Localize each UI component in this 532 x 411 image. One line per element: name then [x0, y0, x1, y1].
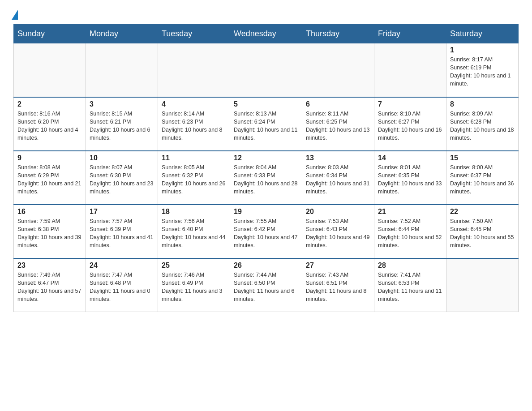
day-info: Sunrise: 7:59 AM Sunset: 6:38 PM Dayligh…	[17, 217, 82, 250]
calendar-header-wednesday: Wednesday	[230, 25, 302, 43]
calendar-header-saturday: Saturday	[446, 25, 519, 43]
calendar-cell	[86, 43, 158, 97]
calendar-cell: 8Sunrise: 8:09 AM Sunset: 6:28 PM Daylig…	[446, 97, 519, 151]
calendar-cell: 26Sunrise: 7:44 AM Sunset: 6:50 PM Dayli…	[230, 258, 302, 312]
day-number: 7	[378, 100, 442, 108]
day-info: Sunrise: 7:47 AM Sunset: 6:48 PM Dayligh…	[90, 271, 154, 304]
day-number: 18	[162, 208, 226, 216]
calendar-cell	[374, 43, 446, 97]
day-number: 15	[450, 154, 515, 162]
day-number: 8	[450, 100, 515, 108]
calendar-cell: 17Sunrise: 7:57 AM Sunset: 6:39 PM Dayli…	[86, 205, 158, 258]
day-number: 21	[378, 208, 442, 216]
calendar-cell: 22Sunrise: 7:50 AM Sunset: 6:45 PM Dayli…	[446, 205, 519, 258]
calendar-header-tuesday: Tuesday	[158, 25, 230, 43]
calendar-cell: 5Sunrise: 8:13 AM Sunset: 6:24 PM Daylig…	[230, 97, 302, 151]
day-number: 5	[234, 100, 298, 108]
calendar-header-monday: Monday	[86, 25, 158, 43]
logo	[13, 9, 18, 20]
day-number: 11	[162, 154, 226, 162]
calendar-cell: 27Sunrise: 7:43 AM Sunset: 6:51 PM Dayli…	[302, 258, 374, 312]
day-info: Sunrise: 7:41 AM Sunset: 6:53 PM Dayligh…	[378, 271, 442, 304]
day-info: Sunrise: 7:50 AM Sunset: 6:45 PM Dayligh…	[450, 217, 515, 250]
calendar-cell: 20Sunrise: 7:53 AM Sunset: 6:43 PM Dayli…	[302, 205, 374, 258]
day-number: 4	[162, 100, 226, 108]
day-info: Sunrise: 8:13 AM Sunset: 6:24 PM Dayligh…	[234, 110, 298, 142]
day-info: Sunrise: 8:16 AM Sunset: 6:20 PM Dayligh…	[17, 110, 82, 142]
calendar-cell: 23Sunrise: 7:49 AM Sunset: 6:47 PM Dayli…	[14, 258, 86, 312]
calendar-cell: 2Sunrise: 8:16 AM Sunset: 6:20 PM Daylig…	[14, 97, 86, 151]
day-number: 16	[17, 208, 82, 216]
calendar-cell: 10Sunrise: 8:07 AM Sunset: 6:30 PM Dayli…	[86, 151, 158, 205]
calendar-header-thursday: Thursday	[302, 25, 374, 43]
calendar-cell: 19Sunrise: 7:55 AM Sunset: 6:42 PM Dayli…	[230, 205, 302, 258]
day-number: 10	[90, 154, 154, 162]
logo-text	[13, 9, 18, 20]
day-info: Sunrise: 8:14 AM Sunset: 6:23 PM Dayligh…	[162, 110, 226, 142]
day-info: Sunrise: 7:53 AM Sunset: 6:43 PM Dayligh…	[306, 217, 370, 250]
day-info: Sunrise: 7:49 AM Sunset: 6:47 PM Dayligh…	[17, 271, 82, 304]
day-number: 20	[306, 208, 370, 216]
day-info: Sunrise: 8:09 AM Sunset: 6:28 PM Dayligh…	[450, 110, 515, 142]
day-info: Sunrise: 8:01 AM Sunset: 6:35 PM Dayligh…	[378, 163, 442, 196]
calendar-week-row: 23Sunrise: 7:49 AM Sunset: 6:47 PM Dayli…	[14, 258, 519, 312]
day-number: 14	[378, 154, 442, 162]
day-info: Sunrise: 8:04 AM Sunset: 6:33 PM Dayligh…	[234, 163, 298, 196]
day-info: Sunrise: 8:00 AM Sunset: 6:37 PM Dayligh…	[450, 163, 515, 196]
calendar-cell: 18Sunrise: 7:56 AM Sunset: 6:40 PM Dayli…	[158, 205, 230, 258]
calendar-cell: 6Sunrise: 8:11 AM Sunset: 6:25 PM Daylig…	[302, 97, 374, 151]
day-number: 12	[234, 154, 298, 162]
day-number: 9	[17, 154, 82, 162]
calendar-cell: 9Sunrise: 8:08 AM Sunset: 6:29 PM Daylig…	[14, 151, 86, 205]
calendar-header-row: SundayMondayTuesdayWednesdayThursdayFrid…	[14, 25, 519, 43]
calendar-cell	[14, 43, 86, 97]
calendar-cell	[158, 43, 230, 97]
day-info: Sunrise: 8:10 AM Sunset: 6:27 PM Dayligh…	[378, 110, 442, 142]
day-info: Sunrise: 7:44 AM Sunset: 6:50 PM Dayligh…	[234, 271, 298, 304]
day-info: Sunrise: 7:55 AM Sunset: 6:42 PM Dayligh…	[234, 217, 298, 250]
day-info: Sunrise: 7:46 AM Sunset: 6:49 PM Dayligh…	[162, 271, 226, 304]
day-info: Sunrise: 7:52 AM Sunset: 6:44 PM Dayligh…	[378, 217, 442, 250]
day-number: 13	[306, 154, 370, 162]
day-number: 26	[234, 261, 298, 270]
day-number: 6	[306, 100, 370, 108]
logo-triangle-icon	[12, 10, 18, 20]
day-number: 3	[90, 100, 154, 108]
calendar-cell	[302, 43, 374, 97]
calendar-cell: 16Sunrise: 7:59 AM Sunset: 6:38 PM Dayli…	[14, 205, 86, 258]
day-info: Sunrise: 8:11 AM Sunset: 6:25 PM Dayligh…	[306, 110, 370, 142]
calendar-cell: 15Sunrise: 8:00 AM Sunset: 6:37 PM Dayli…	[446, 151, 519, 205]
day-info: Sunrise: 8:07 AM Sunset: 6:30 PM Dayligh…	[90, 163, 154, 196]
calendar-cell: 11Sunrise: 8:05 AM Sunset: 6:32 PM Dayli…	[158, 151, 230, 205]
day-info: Sunrise: 8:17 AM Sunset: 6:19 PM Dayligh…	[450, 56, 515, 88]
calendar-week-row: 16Sunrise: 7:59 AM Sunset: 6:38 PM Dayli…	[14, 205, 519, 258]
page-header	[13, 9, 519, 20]
day-number: 17	[90, 208, 154, 216]
day-number: 28	[378, 261, 442, 270]
calendar-cell: 7Sunrise: 8:10 AM Sunset: 6:27 PM Daylig…	[374, 97, 446, 151]
calendar-week-row: 9Sunrise: 8:08 AM Sunset: 6:29 PM Daylig…	[14, 151, 519, 205]
calendar-week-row: 1Sunrise: 8:17 AM Sunset: 6:19 PM Daylig…	[14, 43, 519, 97]
calendar-week-row: 2Sunrise: 8:16 AM Sunset: 6:20 PM Daylig…	[14, 97, 519, 151]
day-number: 27	[306, 261, 370, 270]
day-info: Sunrise: 8:03 AM Sunset: 6:34 PM Dayligh…	[306, 163, 370, 196]
calendar-header-sunday: Sunday	[14, 25, 86, 43]
calendar-header-friday: Friday	[374, 25, 446, 43]
day-number: 1	[450, 46, 515, 54]
day-number: 19	[234, 208, 298, 216]
calendar-table: SundayMondayTuesdayWednesdayThursdayFrid…	[13, 24, 519, 312]
calendar-cell	[446, 258, 519, 312]
day-info: Sunrise: 8:05 AM Sunset: 6:32 PM Dayligh…	[162, 163, 226, 196]
day-number: 24	[90, 261, 154, 270]
calendar-cell: 21Sunrise: 7:52 AM Sunset: 6:44 PM Dayli…	[374, 205, 446, 258]
day-info: Sunrise: 7:57 AM Sunset: 6:39 PM Dayligh…	[90, 217, 154, 250]
day-number: 23	[17, 261, 82, 270]
day-info: Sunrise: 7:56 AM Sunset: 6:40 PM Dayligh…	[162, 217, 226, 250]
calendar-cell: 24Sunrise: 7:47 AM Sunset: 6:48 PM Dayli…	[86, 258, 158, 312]
day-number: 2	[17, 100, 82, 108]
day-info: Sunrise: 7:43 AM Sunset: 6:51 PM Dayligh…	[306, 271, 370, 304]
day-number: 22	[450, 208, 515, 216]
day-number: 25	[162, 261, 226, 270]
calendar-cell: 25Sunrise: 7:46 AM Sunset: 6:49 PM Dayli…	[158, 258, 230, 312]
day-info: Sunrise: 8:08 AM Sunset: 6:29 PM Dayligh…	[17, 163, 82, 196]
